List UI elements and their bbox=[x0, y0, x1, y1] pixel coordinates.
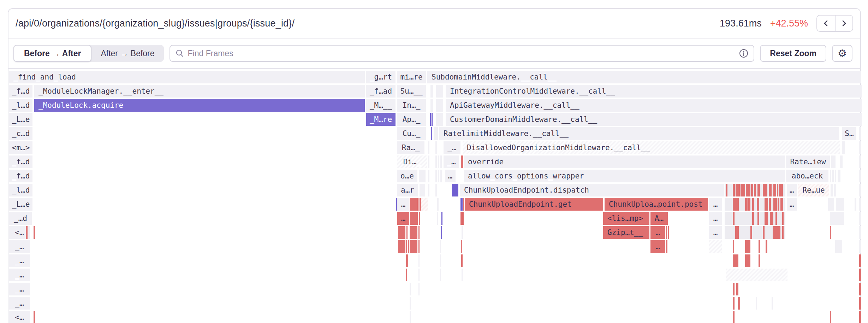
frame-sliver[interactable] bbox=[410, 283, 411, 295]
frame-sliver[interactable] bbox=[408, 240, 409, 253]
frame-sliver[interactable] bbox=[463, 198, 464, 211]
frame-sliver[interactable] bbox=[830, 226, 831, 239]
frame-sliver[interactable] bbox=[430, 113, 431, 126]
frame-sliver[interactable] bbox=[757, 198, 759, 211]
frame-sliver[interactable] bbox=[431, 127, 432, 140]
frame-sliver[interactable] bbox=[759, 254, 760, 267]
frame-a…r[interactable]: a…r bbox=[397, 184, 418, 196]
frame-sliver[interactable] bbox=[441, 226, 442, 239]
frame-sliver[interactable] bbox=[752, 198, 754, 211]
frame-sliver[interactable] bbox=[435, 170, 437, 182]
frame-sliver[interactable] bbox=[435, 155, 437, 168]
frame-CustomerDomainMiddleware.__call__[interactable]: CustomerDomainMiddleware.__call__ bbox=[446, 113, 862, 126]
frame-In…_[interactable]: In…_ bbox=[397, 99, 426, 112]
frame-sliver[interactable] bbox=[859, 198, 861, 211]
frame-sliver[interactable] bbox=[780, 198, 783, 211]
frame-sliver[interactable] bbox=[769, 184, 772, 196]
frame-sliver[interactable] bbox=[757, 212, 759, 225]
frame-S…[interactable]: S… bbox=[842, 127, 856, 140]
frame-…[interactable]: … bbox=[709, 226, 722, 239]
frame-sliver[interactable] bbox=[437, 212, 438, 225]
segment-before-after[interactable]: Before → After bbox=[13, 45, 91, 62]
frame-sliver[interactable] bbox=[666, 226, 667, 239]
frame-sliver[interactable] bbox=[859, 141, 861, 154]
frame-sliver[interactable] bbox=[398, 240, 405, 253]
frame-sliver[interactable] bbox=[406, 226, 408, 239]
frame-sliver[interactable] bbox=[34, 311, 35, 323]
frame-sliver[interactable] bbox=[834, 184, 836, 196]
frame-sliver[interactable] bbox=[421, 198, 428, 211]
frame-sliver[interactable] bbox=[777, 184, 778, 196]
frame-sliver[interactable] bbox=[666, 240, 667, 253]
frame-sliver[interactable] bbox=[752, 212, 754, 225]
frame-Di…_[interactable]: Di…_ bbox=[397, 155, 427, 168]
frame-_…[interactable]: _… bbox=[9, 297, 30, 310]
frame-_M…re[interactable]: _M…re bbox=[366, 113, 396, 126]
frame-sliver[interactable] bbox=[428, 170, 429, 182]
frame-…[interactable]: … bbox=[709, 198, 722, 211]
frame-sliver[interactable] bbox=[441, 212, 442, 225]
frame-sliver[interactable] bbox=[836, 198, 844, 211]
frame-sliver[interactable] bbox=[859, 170, 861, 182]
frame-<…[interactable]: <… bbox=[9, 311, 30, 323]
frame-sliver[interactable] bbox=[436, 113, 443, 126]
frame-sliver[interactable] bbox=[440, 254, 441, 267]
frame-sliver[interactable] bbox=[410, 212, 418, 225]
frame-sliver[interactable] bbox=[773, 198, 777, 211]
frame-sliver[interactable] bbox=[779, 184, 783, 196]
frame-sliver[interactable] bbox=[733, 240, 734, 253]
frame-<lis…mp>[interactable]: <lis…mp> bbox=[603, 212, 649, 225]
frame-sliver[interactable] bbox=[859, 297, 861, 310]
frame-sliver[interactable] bbox=[420, 184, 425, 196]
frame-sliver[interactable] bbox=[766, 240, 767, 253]
frame-_…[interactable]: _… bbox=[444, 155, 459, 168]
frame-sliver[interactable] bbox=[418, 283, 420, 295]
frame-sliver[interactable] bbox=[828, 198, 834, 211]
frame-sliver[interactable] bbox=[435, 141, 437, 154]
frame-sliver[interactable] bbox=[751, 184, 753, 196]
frame-sliver[interactable] bbox=[859, 283, 861, 295]
frame-Cu…_[interactable]: Cu…_ bbox=[397, 127, 426, 140]
frame-sliver[interactable] bbox=[830, 170, 831, 182]
frame-sliver[interactable] bbox=[750, 226, 752, 239]
frame-sliver[interactable] bbox=[462, 212, 464, 225]
frame-sliver[interactable] bbox=[748, 198, 750, 211]
frame-sliver[interactable] bbox=[418, 198, 420, 211]
frame-sliver[interactable] bbox=[432, 113, 433, 126]
frame-sliver[interactable] bbox=[430, 85, 433, 98]
frame-sliver[interactable] bbox=[733, 254, 738, 267]
frame-sliver[interactable] bbox=[745, 254, 750, 267]
frame-sliver[interactable] bbox=[782, 212, 784, 225]
frame-_f…d[interactable]: _f…d bbox=[9, 155, 32, 168]
frame-sliver[interactable] bbox=[769, 198, 771, 211]
frame-sliver[interactable] bbox=[835, 170, 836, 182]
frame-sliver[interactable] bbox=[418, 226, 420, 239]
frame-_…[interactable]: _… bbox=[9, 269, 30, 281]
frame-_…[interactable]: _… bbox=[444, 141, 460, 154]
frame-sliver[interactable] bbox=[460, 198, 463, 211]
frame-sliver[interactable] bbox=[772, 297, 773, 310]
frame-sliver[interactable] bbox=[735, 198, 739, 211]
frame-sliver[interactable] bbox=[754, 184, 756, 196]
frame-_M…__[interactable]: _M…__ bbox=[366, 99, 396, 112]
frame-sliver[interactable] bbox=[418, 240, 420, 253]
frame-sliver[interactable] bbox=[438, 155, 439, 168]
frame-sliver[interactable] bbox=[840, 155, 843, 168]
frame-sliver[interactable] bbox=[428, 141, 429, 154]
frame-sliver[interactable] bbox=[436, 99, 443, 112]
frame-sliver[interactable] bbox=[709, 240, 722, 253]
frame-sliver[interactable] bbox=[437, 198, 439, 211]
frame-_f…ad[interactable]: _f…ad bbox=[366, 85, 396, 98]
frame-sliver[interactable] bbox=[396, 198, 397, 211]
frame-sliver[interactable] bbox=[765, 212, 768, 225]
frame-sliver[interactable] bbox=[842, 141, 845, 154]
frame-sliver[interactable] bbox=[763, 226, 765, 239]
frame-Su…__[interactable]: Su…__ bbox=[397, 85, 426, 98]
frame-sliver[interactable] bbox=[410, 198, 418, 211]
reset-zoom-button[interactable]: Reset Zoom bbox=[760, 45, 826, 62]
frame-DisallowedOrganizationMiddleware.__call__[interactable]: DisallowedOrganizationMiddleware.__call_… bbox=[463, 141, 840, 154]
frame-Rate…iew[interactable]: Rate…iew bbox=[786, 155, 830, 168]
info-icon[interactable] bbox=[739, 48, 749, 58]
frame-sliver[interactable] bbox=[406, 254, 408, 267]
frame-sliver[interactable] bbox=[460, 212, 462, 225]
